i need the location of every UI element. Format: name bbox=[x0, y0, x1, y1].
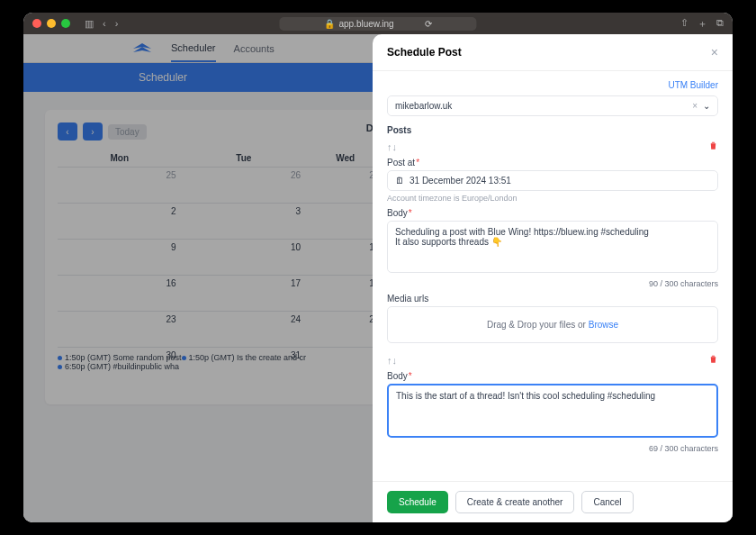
sidebar-icon[interactable]: ▥ bbox=[85, 18, 94, 30]
refresh-icon[interactable]: ⟳ bbox=[425, 19, 432, 29]
body-textarea-1[interactable] bbox=[387, 221, 718, 273]
clear-account-icon[interactable]: × bbox=[692, 101, 698, 111]
body-label-2: Body bbox=[387, 371, 718, 381]
body-label-1: Body bbox=[387, 208, 718, 218]
account-name: mikebarlow.uk bbox=[395, 101, 452, 111]
browser-window: ▥ ‹ › 🔒 app.bluew.ing ⟳ ⇧ ＋ ⧉ Scheduler … bbox=[23, 13, 733, 522]
char-counter-2: 69 / 300 characters bbox=[387, 444, 718, 453]
calendar-icon: 🗓 bbox=[395, 176, 404, 186]
url-text: app.bluew.ing bbox=[338, 19, 393, 29]
postat-input[interactable]: 🗓 31 December 2024 13:51 bbox=[387, 170, 718, 191]
media-label: Media urls bbox=[387, 294, 718, 304]
window-maximize-icon[interactable] bbox=[61, 19, 70, 28]
schedule-post-panel: Schedule Post × UTM Builder mikebarlow.u… bbox=[373, 34, 733, 522]
panel-title: Schedule Post bbox=[387, 46, 462, 59]
char-counter-1: 90 / 300 characters bbox=[387, 279, 718, 288]
schedule-button[interactable]: Schedule bbox=[387, 491, 448, 513]
tabs-icon[interactable]: ⧉ bbox=[716, 17, 724, 31]
window-close-icon[interactable] bbox=[32, 19, 41, 28]
posts-label: Posts bbox=[387, 125, 718, 135]
postat-label: Post at bbox=[387, 158, 718, 168]
close-icon[interactable]: × bbox=[711, 45, 718, 59]
delete-post-icon[interactable] bbox=[708, 141, 718, 152]
utm-builder-link[interactable]: UTM Builder bbox=[387, 80, 718, 90]
body-textarea-2[interactable] bbox=[387, 384, 718, 438]
sort-icon-2[interactable]: ↑↓ bbox=[387, 355, 397, 366]
account-select[interactable]: mikebarlow.uk × ⌄ bbox=[387, 95, 718, 116]
media-dropzone[interactable]: Drag & Drop your files or Browse bbox=[387, 306, 718, 343]
delete-post-icon-2[interactable] bbox=[708, 354, 718, 366]
chevron-down-icon[interactable]: ⌄ bbox=[703, 101, 710, 111]
share-icon[interactable]: ⇧ bbox=[680, 17, 688, 31]
sort-icon[interactable]: ↑↓ bbox=[387, 141, 397, 152]
url-bar[interactable]: 🔒 app.bluew.ing ⟳ bbox=[279, 17, 476, 31]
cancel-button[interactable]: Cancel bbox=[581, 491, 633, 513]
back-icon[interactable]: ‹ bbox=[103, 18, 106, 30]
browse-link[interactable]: Browse bbox=[589, 320, 618, 330]
titlebar: ▥ ‹ › 🔒 app.bluew.ing ⟳ ⇧ ＋ ⧉ bbox=[23, 13, 733, 34]
postat-value: 31 December 2024 13:51 bbox=[410, 176, 511, 186]
forward-icon[interactable]: › bbox=[115, 18, 119, 30]
lock-icon: 🔒 bbox=[324, 19, 335, 29]
new-tab-icon[interactable]: ＋ bbox=[698, 17, 707, 31]
dropzone-text: Drag & Drop your files or bbox=[487, 320, 589, 330]
timezone-note: Account timezone is Europe/London bbox=[387, 194, 718, 203]
create-another-button[interactable]: Create & create another bbox=[455, 491, 575, 513]
app-viewport: Scheduler Accounts Scheduler Dece ‹ › To… bbox=[23, 34, 733, 522]
window-minimize-icon[interactable] bbox=[47, 19, 56, 28]
